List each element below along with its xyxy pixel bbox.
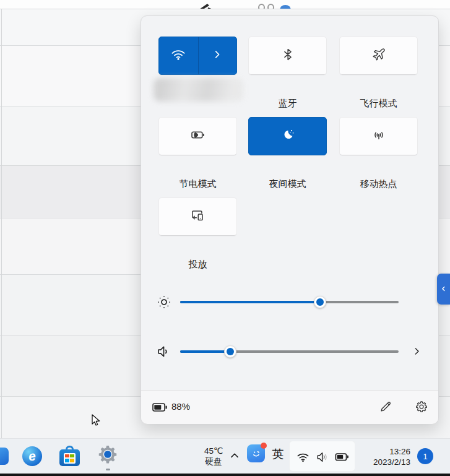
battery-saver-tile[interactable] <box>158 117 237 155</box>
tray-wifi-icon <box>295 449 310 464</box>
ime-language-indicator[interactable]: 英 <box>269 446 287 462</box>
desktop-screen: 蓝牙 飞行模式 节电模式 <box>0 0 450 476</box>
settings-app-icon[interactable] <box>95 442 120 467</box>
wifi-expand-button[interactable] <box>198 37 237 74</box>
microsoft-logo <box>64 453 76 464</box>
quick-settings-panel: 蓝牙 飞行模式 节电模式 <box>141 15 439 424</box>
night-mode-label: 夜间模式 <box>248 178 327 190</box>
mouse-cursor <box>89 413 103 430</box>
disk-label-text: 硬盘 <box>198 456 229 467</box>
bluetooth-icon <box>280 47 295 64</box>
gear-icon <box>415 400 428 416</box>
volume-expand-button[interactable] <box>409 343 425 359</box>
cast-icon <box>190 207 206 226</box>
volume-thumb[interactable] <box>224 345 236 358</box>
wifi-icon <box>170 46 186 65</box>
bluetooth-label: 蓝牙 <box>248 98 327 110</box>
wifi-tile[interactable] <box>158 37 237 75</box>
background-top-strip <box>0 0 450 9</box>
night-mode-tile[interactable] <box>248 117 327 155</box>
temperature-text: 45℃ <box>198 446 229 456</box>
sidebar-collapse-tab[interactable] <box>437 274 450 305</box>
settings-running-indicator <box>106 469 110 470</box>
tray-battery-icon <box>335 449 350 464</box>
chevron-up-icon <box>228 454 241 464</box>
notification-dot <box>261 443 267 449</box>
quick-settings-footer: 88% <box>141 390 438 424</box>
ime-app-tray-icon[interactable] <box>247 444 265 462</box>
airplane-mode-tile[interactable] <box>339 37 418 75</box>
background-divider <box>0 9 450 9</box>
mobile-hotspot-icon <box>371 127 387 145</box>
volume-fill <box>180 350 230 353</box>
battery-saver-label: 节电模式 <box>158 178 237 190</box>
bluetooth-tile[interactable] <box>248 37 327 75</box>
battery-percent-text[interactable]: 88% <box>171 401 190 412</box>
screen-bottom-edge <box>0 474 450 476</box>
system-tray-quick-settings-button[interactable] <box>289 441 355 472</box>
night-mode-icon <box>280 127 296 145</box>
mobile-hotspot-label: 移动热点 <box>339 178 418 190</box>
hardware-monitor-widget[interactable]: 45℃ 硬盘 <box>198 446 229 467</box>
notification-count-badge[interactable]: 1 <box>417 448 433 464</box>
edit-quick-settings-button[interactable] <box>376 399 395 417</box>
airplane-icon <box>371 47 386 65</box>
tray-volume-icon <box>315 449 330 464</box>
cast-tile[interactable] <box>158 197 237 236</box>
brightness-sun-icon <box>155 293 173 311</box>
microsoft-store-icon[interactable] <box>59 446 80 466</box>
brightness-thumb[interactable] <box>314 296 326 308</box>
tray-overflow-button[interactable] <box>228 449 243 464</box>
browser-app-icon[interactable]: e <box>22 446 42 466</box>
pencil-icon <box>379 400 392 416</box>
battery-icon <box>152 402 168 415</box>
battery-saver-icon <box>190 127 206 145</box>
background-window-edge <box>1 9 2 438</box>
airplane-mode-label: 飞行模式 <box>339 98 418 110</box>
wifi-network-name-redacted <box>154 78 243 102</box>
chevron-left-icon <box>440 283 447 295</box>
time-text: 13:26 <box>361 446 410 457</box>
clock-widget[interactable]: 13:26 2023/2/13 <box>361 446 410 467</box>
chevron-right-icon <box>212 49 223 63</box>
wifi-toggle-button[interactable] <box>159 37 198 74</box>
mobile-hotspot-tile[interactable] <box>339 117 418 155</box>
date-text: 2023/2/13 <box>361 457 410 467</box>
taskbar-app-cutoff-icon[interactable] <box>0 448 9 465</box>
brightness-fill <box>180 301 320 303</box>
cast-label: 投放 <box>158 259 237 270</box>
volume-speaker-icon[interactable] <box>155 342 173 361</box>
settings-button[interactable] <box>412 399 431 417</box>
